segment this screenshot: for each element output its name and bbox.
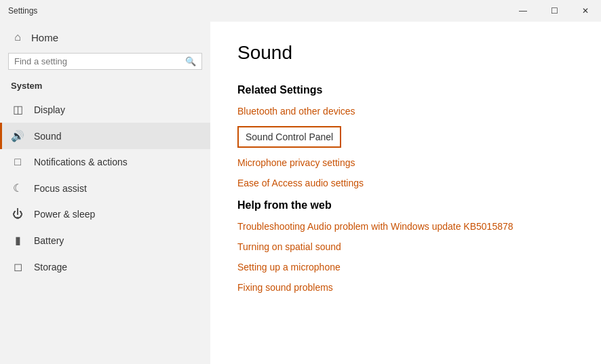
window-controls: — ☐ ✕ xyxy=(507,0,601,22)
link-microphone-privacy[interactable]: Microphone privacy settings xyxy=(237,157,574,168)
app-title: Settings xyxy=(8,6,37,16)
sidebar-item-label: Sound xyxy=(34,131,61,142)
sidebar-item-notifications[interactable]: □ Notifications & actions xyxy=(0,149,210,175)
home-icon: ⌂ xyxy=(11,31,24,43)
minimize-button[interactable]: — xyxy=(507,0,539,22)
sound-icon: 🔊 xyxy=(11,129,24,142)
page-title: Sound xyxy=(237,42,574,64)
sidebar-item-display[interactable]: ◫ Display xyxy=(0,96,210,123)
focus-icon: ☾ xyxy=(11,182,24,195)
sidebar-item-sound[interactable]: 🔊 Sound xyxy=(0,123,210,149)
power-icon: ⏻ xyxy=(11,208,24,220)
sidebar-item-label: Notifications & actions xyxy=(34,157,128,167)
search-icon: 🔍 xyxy=(185,56,196,66)
maximize-button[interactable]: ☐ xyxy=(539,0,570,22)
sidebar-item-label: Power & sleep xyxy=(34,209,95,220)
sidebar-item-label: Focus assist xyxy=(34,183,87,194)
sidebar-item-label: Battery xyxy=(34,235,64,246)
battery-icon: ▮ xyxy=(11,234,24,247)
help-title: Help from the web xyxy=(237,199,574,211)
sidebar: ⌂ Home 🔍 System ◫ Display 🔊 Sound □ Noti… xyxy=(0,22,210,364)
sidebar-item-storage[interactable]: ◻ Storage xyxy=(0,254,210,280)
link-fix-sound[interactable]: Fixing sound problems xyxy=(237,282,574,293)
home-label: Home xyxy=(31,32,58,43)
system-label: System xyxy=(0,78,210,96)
related-settings-title: Related Settings xyxy=(237,84,574,96)
close-button[interactable]: ✕ xyxy=(570,0,601,22)
sidebar-item-power[interactable]: ⏻ Power & sleep xyxy=(0,201,210,227)
link-spatial-sound[interactable]: Turning on spatial sound xyxy=(237,241,574,252)
link-ease-of-access[interactable]: Ease of Access audio settings xyxy=(237,178,574,188)
link-troubleshoot-audio[interactable]: Troubleshooting Audio problem with Windo… xyxy=(237,221,574,232)
storage-icon: ◻ xyxy=(11,260,24,273)
sidebar-item-focus[interactable]: ☾ Focus assist xyxy=(0,175,210,201)
link-sound-control-panel[interactable]: Sound Control Panel xyxy=(237,126,341,148)
title-bar: Settings — ☐ ✕ xyxy=(0,0,601,22)
search-box[interactable]: 🔍 xyxy=(8,53,202,70)
link-bluetooth[interactable]: Bluetooth and other devices xyxy=(237,106,574,117)
link-setup-mic[interactable]: Setting up a microphone xyxy=(237,262,574,272)
content-area: Sound Related Settings Bluetooth and oth… xyxy=(210,22,601,364)
search-input[interactable] xyxy=(14,56,185,66)
sidebar-item-label: Display xyxy=(34,104,65,115)
sidebar-item-battery[interactable]: ▮ Battery xyxy=(0,227,210,254)
display-icon: ◫ xyxy=(11,103,24,116)
sidebar-item-home[interactable]: ⌂ Home xyxy=(0,22,210,53)
app-body: ⌂ Home 🔍 System ◫ Display 🔊 Sound □ Noti… xyxy=(0,22,601,364)
notifications-icon: □ xyxy=(11,156,24,168)
sidebar-item-label: Storage xyxy=(34,262,67,272)
